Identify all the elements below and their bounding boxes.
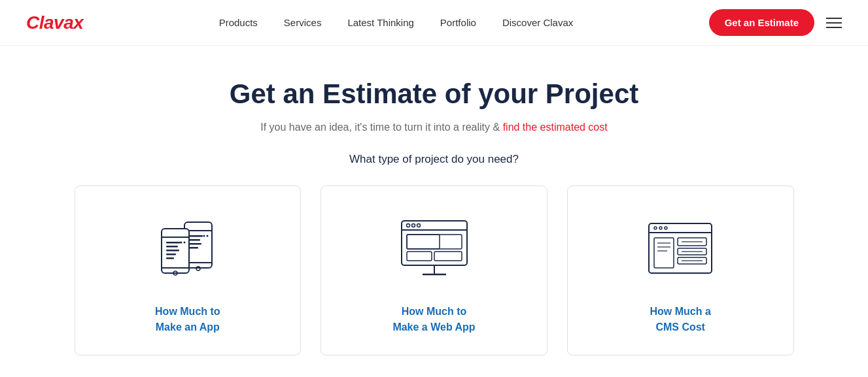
- nav-right: Get an Estimate: [709, 9, 842, 36]
- nav-latest-thinking[interactable]: Latest Thinking: [347, 17, 413, 28]
- svg-rect-18: [166, 257, 174, 259]
- page-title: Get an Estimate of your Project: [230, 78, 639, 110]
- mobile-app-card[interactable]: How Much to Make an App: [75, 186, 302, 355]
- cms-icon: [641, 206, 720, 291]
- svg-rect-17: [166, 254, 176, 255]
- mobile-app-icon: [148, 206, 227, 291]
- project-question: What type of project do you need?: [349, 153, 519, 166]
- navbar: Clavax Products Services Latest Thinking…: [0, 0, 868, 46]
- web-app-icon: [395, 206, 474, 291]
- subtitle: If you have an idea, it's time to turn i…: [260, 122, 607, 133]
- nav-products[interactable]: Products: [219, 17, 258, 28]
- project-type-cards: How Much to Make an App: [75, 186, 794, 355]
- cms-label: How Much a CMS Cost: [650, 304, 711, 335]
- svg-rect-16: [166, 250, 179, 252]
- svg-point-19: [180, 242, 182, 244]
- hamburger-menu[interactable]: [826, 18, 842, 28]
- nav-portfolio[interactable]: Portfolio: [440, 17, 476, 28]
- nav-links: Products Services Latest Thinking Portfo…: [219, 17, 574, 29]
- web-app-label: How Much to Make a Web App: [392, 304, 475, 335]
- svg-point-9: [206, 235, 208, 237]
- svg-rect-5: [188, 239, 200, 241]
- mobile-app-label: How Much to Make an App: [155, 304, 220, 335]
- nav-services[interactable]: Services: [284, 17, 322, 28]
- web-app-card[interactable]: How Much to Make a Web App: [321, 186, 547, 355]
- cms-card[interactable]: How Much a CMS Cost: [567, 186, 794, 355]
- main-content: Get an Estimate of your Project If you h…: [0, 46, 868, 377]
- svg-rect-7: [188, 247, 198, 249]
- svg-rect-14: [166, 242, 181, 244]
- svg-point-8: [203, 235, 205, 237]
- logo[interactable]: Clavax: [26, 12, 83, 33]
- svg-rect-15: [166, 246, 178, 248]
- get-estimate-button[interactable]: Get an Estimate: [709, 9, 814, 36]
- svg-point-20: [183, 242, 185, 244]
- nav-discover-clavax[interactable]: Discover Clavax: [502, 17, 573, 28]
- svg-rect-4: [188, 235, 203, 237]
- svg-rect-6: [188, 243, 201, 245]
